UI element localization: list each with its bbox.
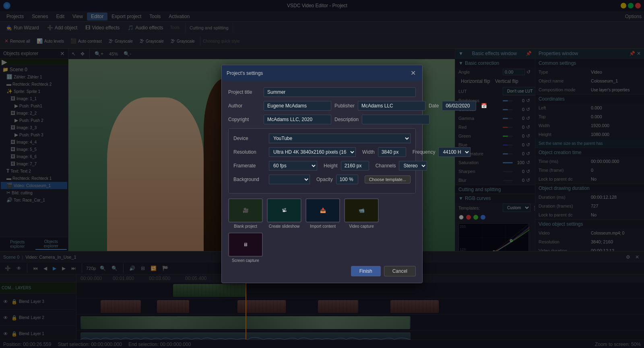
copyright-input[interactable] bbox=[264, 115, 331, 124]
opacity-label: Opacity bbox=[316, 177, 333, 182]
modal-overlay: Project's settings ✕ Project title Autho… bbox=[0, 0, 644, 348]
opacity-input[interactable] bbox=[336, 175, 358, 184]
width-input[interactable] bbox=[378, 147, 406, 157]
width-label: Width bbox=[362, 149, 375, 155]
date-input[interactable] bbox=[442, 101, 476, 111]
templates-grid: 🎥 Blank project 📽 Create slideshow 📥 Imp… bbox=[228, 198, 416, 263]
frequency-label: Frequency bbox=[413, 149, 436, 155]
author-input[interactable] bbox=[264, 101, 331, 111]
cancel-button[interactable]: Cancel bbox=[384, 266, 416, 276]
description-input[interactable] bbox=[362, 115, 429, 124]
project-title-row: Project title bbox=[228, 87, 416, 97]
modal-body: Project title Author Publisher Date 📅 Co… bbox=[222, 81, 422, 283]
channels-select[interactable]: Stereo bbox=[399, 161, 427, 171]
modal-title: Project's settings bbox=[227, 70, 263, 76]
resolution-row: Resolution Ultra HD 4K 3840x2160 pixels … bbox=[233, 147, 411, 157]
framerate-select[interactable]: 60 fps bbox=[269, 161, 317, 171]
template-slideshow[interactable]: 📽 Create slideshow bbox=[267, 198, 301, 229]
template-video-capture[interactable]: 📹 Video capture bbox=[344, 198, 379, 229]
modal-title-bar: Project's settings ✕ bbox=[222, 65, 422, 81]
framerate-row: Framerate 60 fps Height Channels Stereo bbox=[233, 161, 411, 171]
date-picker-icon[interactable]: 📅 bbox=[479, 102, 489, 109]
resolution-select[interactable]: Ultra HD 4K 3840x2160 pixels (16 bbox=[269, 147, 356, 157]
date-label: Date bbox=[429, 103, 439, 109]
choose-template-button[interactable]: Choose template... bbox=[365, 175, 411, 183]
blank-project-icon: 🎥 bbox=[243, 208, 249, 213]
background-row: Background Opacity Choose template... bbox=[233, 175, 411, 184]
publisher-label: Publisher bbox=[334, 103, 355, 109]
template-import[interactable]: 📥 Import content bbox=[305, 198, 340, 229]
video-capture-icon: 📹 bbox=[359, 208, 365, 213]
publisher-input[interactable] bbox=[358, 101, 425, 111]
finish-button[interactable]: Finish bbox=[351, 266, 381, 276]
slideshow-icon: 📽 bbox=[282, 208, 287, 213]
template-screen-capture[interactable]: 🖥 Screen capture bbox=[228, 233, 263, 263]
screen-capture-icon: 🖥 bbox=[243, 242, 248, 247]
template-blank[interactable]: 🎥 Blank project bbox=[228, 198, 263, 229]
copyright-desc-row: Copyright Description bbox=[228, 115, 416, 124]
modal-close-button[interactable]: ✕ bbox=[409, 68, 417, 78]
frequency-select[interactable]: 44100 Hz bbox=[438, 147, 471, 157]
project-settings-modal: Project's settings ✕ Project title Autho… bbox=[221, 65, 423, 283]
channels-label: Channels bbox=[376, 163, 396, 169]
background-select[interactable] bbox=[269, 175, 310, 184]
height-input[interactable] bbox=[341, 161, 369, 171]
device-row: Device YouTube bbox=[233, 134, 411, 143]
height-label: Height bbox=[324, 163, 338, 169]
device-settings-section: Device YouTube Resolution Ultra HD 4K 38… bbox=[228, 128, 416, 194]
description-label: Description bbox=[334, 117, 359, 122]
import-icon: 📥 bbox=[320, 208, 326, 213]
device-select[interactable]: YouTube bbox=[269, 134, 411, 143]
project-title-input[interactable] bbox=[264, 87, 416, 97]
modal-buttons: Finish Cancel bbox=[228, 263, 416, 276]
author-pub-date-row: Author Publisher Date 📅 bbox=[228, 101, 416, 111]
